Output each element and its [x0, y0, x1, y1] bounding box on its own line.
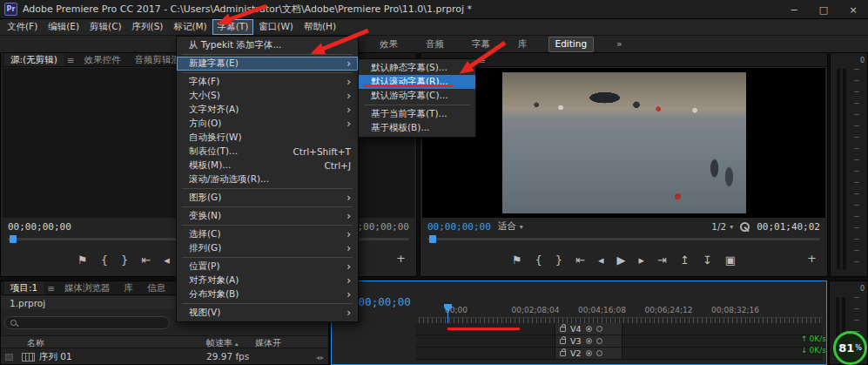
export-frame-button[interactable]: ▣: [725, 254, 736, 266]
menu-item[interactable]: 选择(C) ›: [177, 227, 358, 241]
menu-item[interactable]: 默认静态字幕(S)...: [359, 61, 475, 75]
tab-libraries[interactable]: 库: [118, 281, 140, 295]
timeline-track-row[interactable]: V2: [415, 348, 823, 360]
panel-menu-icon[interactable]: ≡: [65, 54, 77, 66]
menu-item[interactable]: 模板(M)... Ctrl+J: [177, 159, 358, 172]
track-lock-icon[interactable]: [560, 327, 566, 332]
column-header[interactable]: 名称: [27, 337, 44, 349]
program-playhead[interactable]: [429, 235, 436, 243]
menubar-item[interactable]: 标记(M): [168, 19, 212, 35]
menu-item[interactable]: 基于当前字幕(T)...: [359, 107, 475, 121]
column-header[interactable]: 帧速率▴: [206, 337, 239, 349]
close-button[interactable]: ×: [838, 0, 868, 19]
play-button[interactable]: ▶: [617, 254, 626, 266]
menu-item-new-title[interactable]: 新建字幕(E) ›: [177, 57, 358, 71]
workspace-overflow-icon[interactable]: »: [616, 38, 622, 50]
menu-item[interactable]: 文字对齐(A) ›: [177, 103, 358, 117]
menu-item[interactable]: 位置(P) ›: [177, 260, 358, 274]
program-timecode-position[interactable]: 00;00;00;00: [427, 221, 491, 233]
add-marker-button[interactable]: ⚑: [77, 254, 88, 266]
fit-dropdown[interactable]: 适合▾: [498, 220, 523, 233]
menubar-item[interactable]: 编辑(E): [43, 19, 84, 35]
track-mute-icon[interactable]: [596, 326, 602, 332]
column-header[interactable]: 媒体开: [255, 337, 281, 349]
mark-out-button[interactable]: }: [555, 254, 562, 266]
maximize-button[interactable]: □: [809, 0, 838, 19]
tab-source[interactable]: 源:(无剪辑): [4, 53, 64, 67]
panel-menu-icon[interactable]: ≡: [45, 282, 57, 294]
track-label[interactable]: V3: [570, 336, 582, 346]
go-to-in-button[interactable]: ⇤: [141, 254, 151, 266]
workspace-tab[interactable]: 效果: [373, 37, 405, 52]
zoom-dropdown[interactable]: 1/2▾: [711, 221, 733, 232]
menu-item[interactable]: 对齐对象(A) ›: [177, 274, 358, 287]
program-scrubber[interactable]: [427, 238, 820, 240]
step-back-button[interactable]: ◂: [164, 254, 170, 266]
workspace-tab[interactable]: 字幕: [465, 37, 497, 52]
button-editor-plus[interactable]: +: [807, 252, 817, 265]
menu-item[interactable]: 排列(G) ›: [177, 241, 358, 255]
table-row[interactable]: 序列 01 29.97 fps: [1, 350, 328, 364]
menubar-item[interactable]: 序列(S): [127, 19, 169, 35]
menubar-item[interactable]: 文件(F): [2, 19, 43, 35]
button-editor-plus[interactable]: +: [396, 252, 406, 265]
search-input[interactable]: [4, 316, 170, 329]
workspace-tab[interactable]: 音频: [419, 37, 451, 52]
menu-item[interactable]: 默认游动字幕(C)...: [359, 89, 475, 103]
track-lock-icon[interactable]: [560, 339, 566, 344]
menu-item[interactable]: 制表位(T)... Ctrl+Shift+T: [177, 145, 358, 159]
timeline-ruler[interactable]: 00;0000;02;08;0400;04;16;0800;06;24;1200…: [419, 304, 823, 318]
track-mute-icon[interactable]: [596, 338, 602, 344]
menu-item[interactable]: 自动换行(W): [177, 131, 358, 145]
track-label[interactable]: V2: [570, 348, 582, 358]
workspace-tab[interactable]: 库: [511, 37, 535, 52]
track-lock-icon[interactable]: [560, 351, 566, 356]
timeline-track-row[interactable]: V3: [415, 335, 823, 348]
menubar-item[interactable]: 帮助(H): [299, 19, 341, 35]
source-playhead[interactable]: [10, 235, 17, 243]
menu-item-default-roll-title[interactable]: 默认滚动字幕(R)...: [359, 75, 475, 89]
menu-item[interactable]: 图形(G) ›: [177, 191, 358, 205]
extract-button[interactable]: ↧: [703, 254, 712, 266]
label-swatch[interactable]: [5, 354, 13, 361]
menubar-item[interactable]: 剪辑(C): [84, 19, 127, 35]
tab-media-browser[interactable]: 媒体浏览器: [58, 281, 117, 295]
workspace-tab-editing[interactable]: Editing: [548, 37, 595, 52]
track-eye-icon[interactable]: [586, 326, 592, 332]
panel-resize-grip[interactable]: ◂▸: [316, 354, 325, 362]
source-timecode-left[interactable]: 00;00;00;00: [8, 221, 71, 233]
menu-item[interactable]: 字体(F) ›: [177, 75, 358, 89]
step-forward-button[interactable]: ▸: [639, 254, 645, 266]
tab-effect-controls[interactable]: 效果控件: [78, 53, 127, 67]
track-eye-icon[interactable]: [586, 338, 592, 344]
mark-in-button[interactable]: {: [101, 254, 108, 266]
menu-item[interactable]: 基于模板(B)...: [359, 121, 475, 135]
settings-wrench-icon[interactable]: [740, 222, 750, 232]
track-eye-icon[interactable]: [586, 350, 592, 356]
panel-menu-icon[interactable]: ≡: [476, 54, 488, 66]
timeline-track-row[interactable]: V4: [415, 323, 823, 335]
menu-item[interactable]: 变换(N) ›: [177, 209, 358, 223]
minimize-button[interactable]: ─: [779, 0, 809, 19]
tab-project[interactable]: 项目:1: [4, 281, 44, 295]
menu-item[interactable]: 方向(O) ›: [177, 117, 358, 131]
sequence-name[interactable]: 序列 01: [39, 351, 72, 363]
menu-item[interactable]: 视图(V) ›: [177, 306, 358, 320]
menu-item[interactable]: 滚动/游动选项(R)...: [177, 172, 358, 186]
add-marker-button[interactable]: ⚑: [512, 254, 522, 266]
mark-in-button[interactable]: {: [535, 254, 542, 266]
tab-info[interactable]: 信息: [141, 281, 172, 295]
menubar-item[interactable]: 窗口(W): [253, 19, 299, 35]
menubar-item-title[interactable]: 字幕(T): [212, 19, 254, 35]
menu-item[interactable]: 大小(S) ›: [177, 89, 358, 103]
track-label[interactable]: V4: [570, 324, 582, 334]
performance-percent-badge[interactable]: 81 %: [833, 331, 867, 365]
mark-out-button[interactable]: }: [121, 254, 128, 266]
step-back-button[interactable]: ◂: [598, 254, 604, 266]
menu-item[interactable]: 从 Typekit 添加字体...: [177, 38, 358, 52]
track-mute-icon[interactable]: [596, 350, 602, 356]
menu-item[interactable]: 分布对象(B) ›: [177, 287, 358, 301]
go-to-out-button[interactable]: ⇥: [657, 254, 667, 266]
go-to-in-button[interactable]: ⇤: [575, 254, 585, 266]
lift-button[interactable]: ↥: [680, 254, 690, 266]
